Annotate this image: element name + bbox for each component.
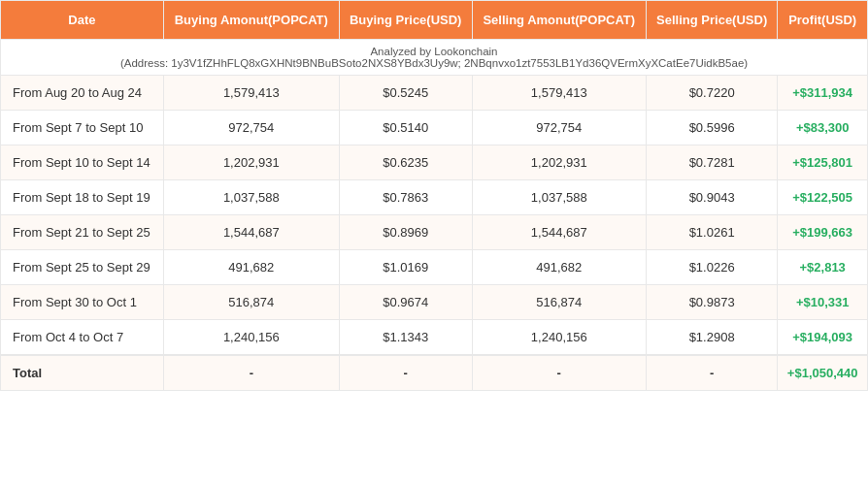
- buying-price-cell: $0.5245: [339, 76, 472, 111]
- selling-price-cell: $0.9043: [646, 180, 777, 215]
- buying-price-cell: $1.0169: [339, 250, 472, 285]
- profit-cell: +$83,300: [778, 111, 868, 146]
- selling-amount-cell: 1,202,931: [472, 146, 646, 180]
- date-cell: From Sept 10 to Sept 14: [1, 146, 164, 180]
- col-selling-amount: Selling Amonut(POPCAT): [472, 1, 646, 40]
- buying-amount-cell: 972,754: [163, 111, 339, 146]
- profit-cell: +$199,663: [778, 215, 868, 250]
- selling-price-cell: $0.7220: [646, 76, 777, 111]
- buying-amount-cell: 491,682: [163, 250, 339, 285]
- analyzed-info: Analyzed by Lookonchain (Address: 1y3V1f…: [1, 40, 868, 76]
- buying-price-cell: $0.6235: [339, 146, 472, 180]
- buying-amount-cell: 1,544,687: [163, 215, 339, 250]
- profit-cell: +$10,331: [778, 285, 868, 320]
- selling-price-cell: $1.0261: [646, 215, 777, 250]
- buying-amount-cell: 1,240,156: [163, 320, 339, 356]
- table-container: Date Buying Amonut(POPCAT) Buying Price(…: [0, 0, 868, 391]
- buying-amount-cell: 1,579,413: [163, 76, 339, 111]
- col-buying-price: Buying Price(USD): [339, 1, 472, 40]
- table-row: From Sept 30 to Oct 1516,874$0.9674516,8…: [1, 285, 868, 320]
- table-row: From Sept 21 to Sept 251,544,687$0.89691…: [1, 215, 868, 250]
- buying-price-cell: $0.7863: [339, 180, 472, 215]
- buying-price-cell: $1.1343: [339, 320, 472, 356]
- total-buying-amount: -: [163, 355, 339, 391]
- header-row: Date Buying Amonut(POPCAT) Buying Price(…: [1, 1, 868, 40]
- buying-price-cell: $0.8969: [339, 215, 472, 250]
- total-profit: +$1,050,440: [778, 355, 868, 391]
- selling-amount-cell: 972,754: [472, 111, 646, 146]
- total-row: Total----+$1,050,440: [1, 355, 868, 391]
- date-cell: From Sept 25 to Sept 29: [1, 250, 164, 285]
- selling-amount-cell: 1,240,156: [472, 320, 646, 356]
- selling-amount-cell: 1,037,588: [472, 180, 646, 215]
- selling-amount-cell: 1,579,413: [472, 76, 646, 111]
- col-date: Date: [1, 1, 164, 40]
- table-row: From Sept 25 to Sept 29491,682$1.0169491…: [1, 250, 868, 285]
- date-cell: From Aug 20 to Aug 24: [1, 76, 164, 111]
- table-row: From Sept 18 to Sept 191,037,588$0.78631…: [1, 180, 868, 215]
- profit-cell: +$122,505: [778, 180, 868, 215]
- total-selling-price: -: [646, 355, 777, 391]
- date-cell: From Sept 21 to Sept 25: [1, 215, 164, 250]
- main-table: Date Buying Amonut(POPCAT) Buying Price(…: [0, 0, 868, 391]
- profit-cell: +$194,093: [778, 320, 868, 356]
- selling-amount-cell: 491,682: [472, 250, 646, 285]
- selling-price-cell: $1.0226: [646, 250, 777, 285]
- buying-amount-cell: 1,037,588: [163, 180, 339, 215]
- table-row: From Sept 10 to Sept 141,202,931$0.62351…: [1, 146, 868, 180]
- date-cell: From Sept 30 to Oct 1: [1, 285, 164, 320]
- selling-price-cell: $1.2908: [646, 320, 777, 356]
- selling-price-cell: $0.7281: [646, 146, 777, 180]
- selling-price-cell: $0.5996: [646, 111, 777, 146]
- profit-cell: +$2,813: [778, 250, 868, 285]
- analyzed-line2: (Address: 1y3V1fZHhFLQ8xGXHNt9BNBuBSoto2…: [5, 57, 863, 69]
- profit-cell: +$125,801: [778, 146, 868, 180]
- analyzed-row: Analyzed by Lookonchain (Address: 1y3V1f…: [1, 40, 868, 76]
- col-profit: Profit(USD): [778, 1, 868, 40]
- profit-cell: +$311,934: [778, 76, 868, 111]
- analyzed-line1: Analyzed by Lookonchain: [5, 46, 863, 57]
- col-selling-price: Selling Price(USD): [646, 1, 777, 40]
- selling-amount-cell: 516,874: [472, 285, 646, 320]
- buying-price-cell: $0.9674: [339, 285, 472, 320]
- date-cell: From Oct 4 to Oct 7: [1, 320, 164, 356]
- selling-price-cell: $0.9873: [646, 285, 777, 320]
- table-row: From Aug 20 to Aug 241,579,413$0.52451,5…: [1, 76, 868, 111]
- table-row: From Oct 4 to Oct 71,240,156$1.13431,240…: [1, 320, 868, 356]
- buying-amount-cell: 516,874: [163, 285, 339, 320]
- buying-price-cell: $0.5140: [339, 111, 472, 146]
- total-buying-price: -: [339, 355, 472, 391]
- date-cell: From Sept 18 to Sept 19: [1, 180, 164, 215]
- table-row: From Sept 7 to Sept 10972,754$0.5140972,…: [1, 111, 868, 146]
- selling-amount-cell: 1,544,687: [472, 215, 646, 250]
- total-label: Total: [1, 355, 164, 391]
- col-buying-amount: Buying Amonut(POPCAT): [163, 1, 339, 40]
- date-cell: From Sept 7 to Sept 10: [1, 111, 164, 146]
- buying-amount-cell: 1,202,931: [163, 146, 339, 180]
- total-selling-amount: -: [472, 355, 646, 391]
